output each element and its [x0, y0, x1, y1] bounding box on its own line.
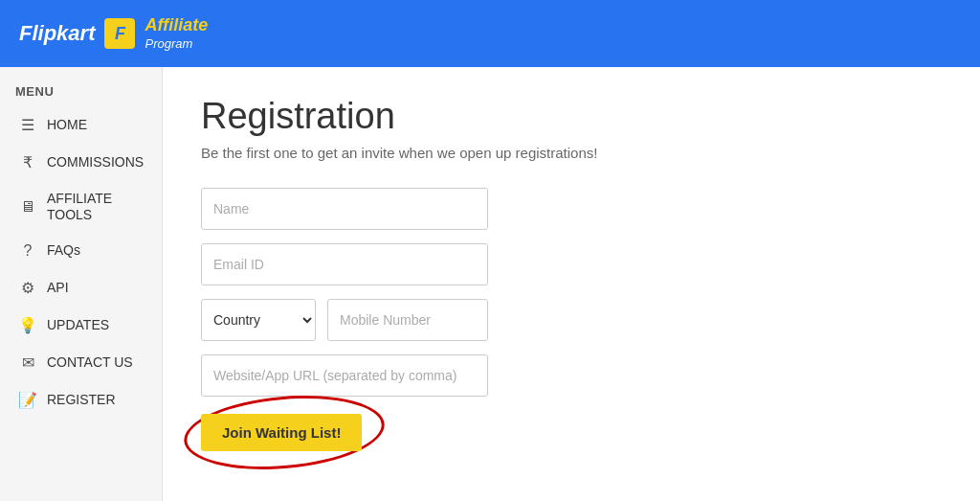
sidebar-item-contact-us[interactable]: ✉ CONTACT US — [0, 344, 162, 381]
country-mobile-row: Country India USA UK Others — [201, 299, 942, 341]
contact-us-icon: ✉ — [18, 353, 37, 372]
flipkart-text: Flipkart — [19, 21, 95, 46]
sidebar-contact-us-label: CONTACT US — [47, 354, 133, 371]
commissions-icon: ₹ — [18, 153, 37, 171]
logo-area: Flipkart F Affiliate Program — [19, 15, 208, 51]
sidebar-register-label: REGISTER — [47, 392, 116, 408]
sidebar-item-affiliate-tools[interactable]: 🖥 AFFILIATE TOOLS — [0, 181, 162, 233]
updates-icon: 💡 — [18, 316, 37, 334]
api-icon: ⚙ — [18, 279, 37, 297]
affiliate-tools-icon: 🖥 — [18, 198, 37, 216]
sidebar-item-home[interactable]: ☰ HOME — [0, 106, 162, 144]
sidebar-affiliate-tools-label: AFFILIATE TOOLS — [47, 191, 146, 223]
sidebar-item-register[interactable]: 📝 REGISTER — [0, 381, 162, 419]
affiliate-sub-text: Program — [145, 36, 208, 52]
website-input[interactable] — [201, 354, 488, 397]
sidebar-updates-label: UPDATES — [47, 317, 109, 333]
affiliate-main-text: Affiliate — [145, 15, 208, 36]
submit-area: Join Waiting List! — [201, 414, 362, 451]
register-icon: 📝 — [18, 391, 37, 409]
registration-form: Country India USA UK Others Join Waiting… — [201, 188, 942, 451]
page-title: Registration — [201, 96, 942, 137]
sidebar-faqs-label: FAQs — [47, 242, 80, 259]
country-select[interactable]: Country India USA UK Others — [201, 299, 316, 341]
sidebar-item-faqs[interactable]: ? FAQs — [0, 233, 162, 269]
sidebar-item-commissions[interactable]: ₹ COMMISSIONS — [0, 144, 162, 181]
submit-button[interactable]: Join Waiting List! — [201, 414, 362, 451]
faqs-icon: ? — [18, 242, 37, 260]
sidebar-api-label: API — [47, 280, 69, 296]
sidebar-item-api[interactable]: ⚙ API — [0, 269, 162, 307]
header: Flipkart F Affiliate Program — [0, 0, 980, 67]
sidebar-commissions-label: COMMISSIONS — [47, 154, 144, 171]
name-input[interactable] — [201, 188, 488, 230]
sidebar-item-updates[interactable]: 💡 UPDATES — [0, 307, 162, 344]
flipkart-f-icon: F — [104, 18, 135, 49]
affiliate-logo: Affiliate Program — [145, 15, 208, 51]
mobile-input[interactable] — [327, 299, 488, 341]
main-content: Registration Be the first one to get an … — [163, 67, 980, 501]
sidebar: MENU ☰ HOME ₹ COMMISSIONS 🖥 AFFILIATE TO… — [0, 67, 163, 501]
menu-label: MENU — [0, 77, 162, 106]
email-input[interactable] — [201, 243, 488, 285]
page-subtitle: Be the first one to get an invite when w… — [201, 145, 942, 161]
sidebar-home-label: HOME — [47, 117, 87, 133]
home-icon: ☰ — [18, 116, 37, 134]
